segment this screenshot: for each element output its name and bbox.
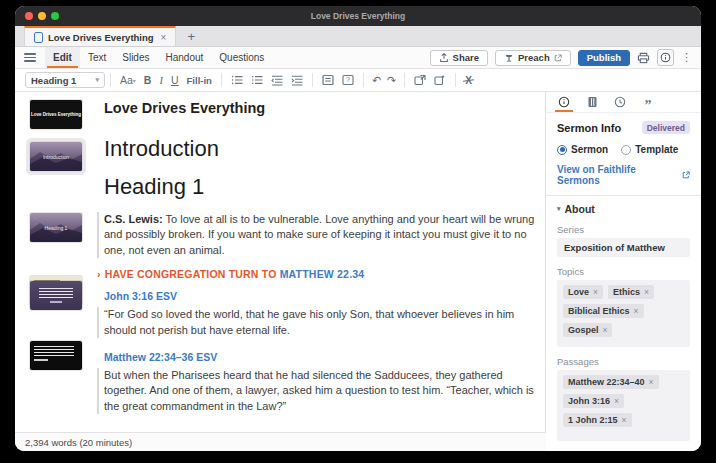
- send-to-slide-icon[interactable]: [410, 73, 430, 87]
- publish-label: Publish: [587, 52, 621, 63]
- tab-edit[interactable]: Edit: [45, 47, 80, 68]
- radio-template[interactable]: Template: [621, 144, 678, 155]
- passage-tag[interactable]: John 3:16×: [563, 394, 624, 408]
- redo-icon[interactable]: ↷: [384, 74, 399, 87]
- passage-tag[interactable]: 1 John 2:15×: [563, 413, 632, 427]
- remove-tag-icon[interactable]: ×: [644, 287, 649, 297]
- bullet-list-icon[interactable]: [227, 73, 247, 87]
- share-label: Share: [453, 52, 479, 63]
- series-field[interactable]: Exposition of Matthew: [557, 238, 690, 257]
- topic-tag[interactable]: Gospel×: [563, 323, 612, 337]
- undo-icon[interactable]: ↶: [369, 74, 384, 87]
- type-radio-group: Sermon Template: [557, 144, 690, 155]
- clear-formatting-icon[interactable]: X: [461, 75, 476, 86]
- hamburger-menu-icon[interactable]: [24, 53, 36, 62]
- radio-unselected-icon: [621, 145, 631, 155]
- about-section-header[interactable]: ▾ About: [557, 203, 690, 215]
- tab-questions[interactable]: Questions: [211, 47, 272, 68]
- close-window-button[interactable]: [25, 12, 33, 20]
- underline-button[interactable]: U: [167, 73, 183, 87]
- slide-thumbnail-title[interactable]: Love Drives Everything: [30, 100, 82, 129]
- slide-caption: [50, 301, 62, 303]
- verse-text-matthew[interactable]: But when the Pharisees heard that he had…: [97, 368, 535, 414]
- panel-tab-info[interactable]: [552, 92, 576, 112]
- slide-block-icon[interactable]: [318, 73, 338, 87]
- outdent-icon[interactable]: [267, 73, 287, 87]
- slide-thumbnail-john-3-16[interactable]: [30, 281, 82, 310]
- panel-tab-notes[interactable]: [580, 92, 604, 112]
- congregation-direction[interactable]: ›HAVE CONGREGATION TURN TO MATTHEW 22.34: [97, 268, 535, 280]
- slide-thumbnail-matthew-22[interactable]: [30, 341, 82, 370]
- description-label: Description: [557, 450, 690, 451]
- minimize-window-button[interactable]: [38, 12, 46, 20]
- topics-label: Topics: [557, 266, 690, 277]
- tab-text[interactable]: Text: [80, 47, 114, 68]
- remove-tag-icon[interactable]: ×: [614, 396, 619, 406]
- external-link-icon: [682, 171, 690, 179]
- topics-field[interactable]: Love× Ethics× Biblical Ethics× Gospel×: [557, 280, 690, 347]
- topic-tag[interactable]: Love×: [563, 285, 603, 299]
- slide-text-lines: [39, 288, 73, 299]
- share-icon: [439, 53, 449, 63]
- preach-button[interactable]: Preach: [495, 50, 571, 66]
- title-bar[interactable]: Love Drives Everything: [15, 6, 701, 26]
- question-block-icon[interactable]: ?: [338, 73, 358, 87]
- remove-tag-icon[interactable]: ×: [603, 325, 608, 335]
- passage-tag[interactable]: Matthew 22:34–40×: [563, 375, 659, 389]
- indent-icon[interactable]: [287, 73, 307, 87]
- new-tab-button[interactable]: +: [176, 26, 206, 46]
- chevron-down-icon: ▾: [95, 76, 99, 84]
- font-size-button[interactable]: Aa▾: [116, 73, 140, 87]
- document-tab-strip: Love Drives Everything × +: [15, 26, 701, 47]
- formatting-toolbar: Heading 1 ▾ Aa▾ B I U Fill-in ? ↶ ↷: [15, 69, 701, 92]
- slide-caption: [34, 359, 48, 361]
- word-count: 2,394 words (20 minutes): [25, 437, 132, 448]
- series-label: Series: [557, 224, 690, 235]
- panel-tab-quotes[interactable]: ”: [636, 92, 660, 112]
- topic-tag[interactable]: Biblical Ethics×: [563, 304, 644, 318]
- print-icon[interactable]: [637, 52, 650, 64]
- publish-button[interactable]: Publish: [578, 50, 630, 66]
- slide-thumbnail-heading-1[interactable]: Heading 1: [30, 213, 82, 242]
- window-controls: [25, 12, 59, 20]
- document-tab-label: Love Drives Everything: [48, 32, 154, 43]
- tab-slides[interactable]: Slides: [114, 47, 157, 68]
- slide-thumbnail-introduction[interactable]: Introduction: [30, 142, 82, 171]
- passages-field[interactable]: Matthew 22:34–40× John 3:16× 1 John 2:15…: [557, 370, 690, 441]
- share-button[interactable]: Share: [430, 50, 488, 66]
- zoom-window-button[interactable]: [51, 12, 59, 20]
- remove-tag-icon[interactable]: ×: [634, 306, 639, 316]
- remove-tag-icon[interactable]: ×: [622, 415, 627, 425]
- info-panel-toggle-button[interactable]: [657, 49, 674, 66]
- quote-text: To love at all is to be vulnerable. Love…: [104, 213, 534, 256]
- paragraph-style-value: Heading 1: [31, 75, 76, 86]
- remove-tag-icon[interactable]: ×: [649, 377, 654, 387]
- fill-in-button[interactable]: Fill-in: [183, 74, 216, 87]
- new-slide-icon[interactable]: [430, 73, 450, 87]
- topic-tag[interactable]: Ethics×: [608, 285, 654, 299]
- document-title[interactable]: Love Drives Everything: [104, 100, 535, 116]
- passage-link[interactable]: MATTHEW 22.34: [280, 268, 365, 280]
- verse-reference-john[interactable]: John 3:16 ESV: [104, 290, 535, 302]
- heading-introduction[interactable]: Introduction: [104, 136, 535, 162]
- sermon-info-body: Sermon Info Delivered Sermon Template Vi…: [546, 113, 701, 451]
- numbered-list-icon[interactable]: [247, 73, 267, 87]
- heading-1[interactable]: Heading 1: [104, 174, 535, 200]
- lewis-quote-block[interactable]: C.S. Lewis: To love at all is to be vuln…: [97, 212, 535, 258]
- sermon-editor-window: Love Drives Everything Love Drives Every…: [15, 6, 701, 451]
- sermon-editor[interactable]: Love Drives Everything Introduction Head…: [92, 92, 546, 432]
- panel-tab-history[interactable]: [608, 92, 632, 112]
- close-tab-icon[interactable]: ×: [161, 32, 167, 43]
- more-options-icon[interactable]: ⋮: [681, 51, 692, 64]
- tab-handout[interactable]: Handout: [157, 47, 211, 68]
- verse-reference-matthew[interactable]: Matthew 22:34–36 ESV: [104, 351, 535, 363]
- radio-sermon[interactable]: Sermon: [557, 144, 608, 155]
- bold-button[interactable]: B: [140, 73, 156, 87]
- document-tab[interactable]: Love Drives Everything ×: [24, 26, 176, 46]
- remove-tag-icon[interactable]: ×: [593, 287, 598, 297]
- italic-button[interactable]: I: [155, 74, 167, 87]
- verse-text-john[interactable]: “For God so loved the world, that he gav…: [97, 307, 535, 338]
- paragraph-style-select[interactable]: Heading 1 ▾: [25, 72, 105, 88]
- view-on-faithlife-link[interactable]: View on Faithlife Sermons: [557, 164, 690, 186]
- divider: [546, 195, 701, 196]
